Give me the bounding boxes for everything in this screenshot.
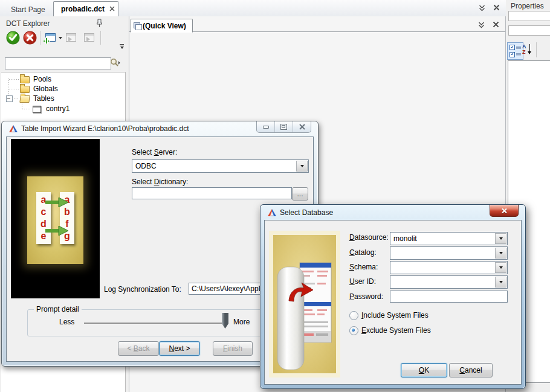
chevron-double-down-icon[interactable]: [477, 3, 487, 11]
arrow-right-icon: [45, 198, 68, 207]
slider-thumb[interactable]: [222, 313, 228, 329]
exclude-system-files-radio[interactable]: [349, 326, 358, 335]
database-illustration: [269, 231, 340, 378]
server-combobox[interactable]: ODBC: [132, 159, 309, 173]
table-icon: [33, 106, 41, 113]
clarion-logo-icon: [8, 124, 18, 133]
alphabetical-sort-icon[interactable]: AZ: [522, 44, 532, 55]
user-id-label: User ID:: [349, 277, 376, 286]
cancel-button[interactable]: Cancel: [449, 363, 493, 378]
maximize-button[interactable]: [274, 121, 293, 132]
pin-icon[interactable]: [95, 19, 103, 28]
prompt-detail-label: Prompt detail: [34, 305, 82, 313]
accept-icon[interactable]: [6, 31, 20, 45]
tree-item-contry1[interactable]: contry1: [1, 104, 125, 114]
chevron-down-icon[interactable]: [495, 233, 506, 244]
dialog-title: Select Database: [280, 208, 333, 217]
quick-view-tab[interactable]: (Quick View): [131, 19, 193, 33]
select-server-label: Select Server:: [132, 148, 177, 156]
wizard-illustration: a c d e a b f g: [11, 139, 100, 298]
tab-start-page[interactable]: Start Page: [4, 3, 53, 16]
tree-item-tables[interactable]: Tables: [1, 94, 125, 103]
edit-entity-icon-disabled: [66, 33, 76, 42]
password-label: Password:: [349, 292, 383, 301]
chevron-down-icon[interactable]: [296, 161, 308, 172]
ok-button[interactable]: OK: [401, 363, 447, 378]
close-icon[interactable]: [491, 20, 500, 28]
close-button[interactable]: [293, 121, 311, 132]
close-button[interactable]: [490, 205, 519, 217]
minimize-button[interactable]: [257, 121, 274, 132]
select-dictionary-label: Select Dictionary:: [132, 178, 188, 186]
dictionary-input[interactable]: [132, 187, 292, 199]
tab-probadic-dct[interactable]: probadic.dct: [53, 1, 118, 17]
search-icon[interactable]: [110, 58, 120, 68]
dct-explorer-title: DCT Explorer: [6, 19, 50, 28]
catalog-combobox[interactable]: [390, 246, 508, 260]
schema-combobox[interactable]: [390, 261, 508, 274]
folder-open-icon: [19, 95, 30, 103]
chevron-down-icon[interactable]: [495, 277, 506, 288]
slider-more-label: More: [233, 318, 250, 326]
chevron-down-icon[interactable]: [495, 248, 506, 259]
slider-track[interactable]: [84, 323, 225, 324]
cancel-icon[interactable]: [23, 31, 37, 45]
select-database-dialog: Select Database: [260, 204, 526, 389]
datasource-combobox[interactable]: monolit: [390, 232, 508, 245]
document-tab-bar: Start Page probadic.dct: [0, 0, 506, 17]
browse-button[interactable]: ...: [292, 187, 308, 201]
search-input[interactable]: [5, 57, 111, 69]
user-id-combobox[interactable]: [390, 275, 508, 289]
delete-entity-icon-disabled: [84, 33, 94, 42]
chevron-down-icon[interactable]: [495, 262, 506, 273]
quick-view-icon: [134, 22, 141, 30]
categorized-view-icon[interactable]: [507, 42, 523, 60]
folder-icon: [20, 86, 30, 93]
finish-button[interactable]: Finish: [213, 341, 253, 356]
include-system-files-radio[interactable]: [349, 311, 358, 320]
properties-object-selector[interactable]: [508, 11, 550, 21]
next-button[interactable]: Next >: [159, 341, 200, 356]
properties-filter-box[interactable]: [508, 25, 550, 36]
window-controls: [256, 121, 311, 133]
exclude-system-files-label: Exclude System Files: [361, 326, 431, 335]
schema-label: Schema:: [349, 263, 378, 271]
log-sync-label: Log Synchronization To:: [104, 285, 181, 294]
close-icon[interactable]: [491, 3, 501, 11]
include-system-files-label: Include System Files: [361, 311, 429, 320]
tree-item-pools[interactable]: Pools: [1, 74, 125, 84]
tree-item-globals[interactable]: Globals: [1, 84, 125, 94]
catalog-label: Catalog:: [349, 248, 377, 257]
properties-title: Properties: [511, 2, 544, 10]
add-entity-icon[interactable]: [45, 33, 56, 42]
toolbar-overflow-icon[interactable]: [118, 42, 126, 51]
back-button[interactable]: < Back: [118, 341, 159, 356]
chevron-double-down-icon[interactable]: [476, 20, 486, 28]
password-input[interactable]: [390, 291, 508, 303]
wizard-title: Table Import Wizard E:\clarion10\Proba\p…: [21, 124, 189, 133]
slider-less-label: Less: [59, 318, 74, 326]
add-entity-dropdown-arrow[interactable]: [59, 37, 62, 39]
folder-icon: [20, 76, 30, 83]
arrow-right-icon: [45, 226, 68, 236]
datasource-label: Datasource:: [349, 233, 389, 242]
clarion-ide: Start Page probadic.dct DCT Explorer: [0, 0, 550, 392]
clarion-logo-icon: [267, 208, 277, 217]
tab-close-icon[interactable]: [109, 6, 115, 11]
